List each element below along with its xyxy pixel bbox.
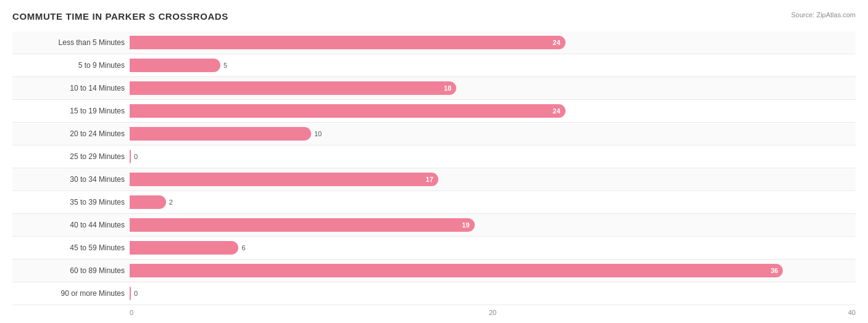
bar-row: 60 to 89 Minutes36 <box>12 260 856 282</box>
bar-row: 10 to 14 Minutes18 <box>12 77 856 100</box>
bar-label: 60 to 89 Minutes <box>12 266 130 275</box>
bar-label: 35 to 39 Minutes <box>12 198 130 206</box>
bar-label: 90 or more Minutes <box>12 289 130 298</box>
bar-value: 18 <box>444 84 451 92</box>
bar-label: 15 to 19 Minutes <box>12 107 130 115</box>
chart-source: Source: ZipAtlas.com <box>791 11 856 18</box>
bar-value: 19 <box>462 221 469 229</box>
bar-label: 25 to 29 Minutes <box>12 152 130 161</box>
bar-fill: 18 <box>130 81 456 95</box>
bar-fill: 24 <box>130 104 565 118</box>
bar-fill: 24 <box>130 36 565 49</box>
bar-fill <box>130 241 238 255</box>
bar-fill: 19 <box>130 218 475 232</box>
bar-value: 24 <box>553 39 560 46</box>
bar-label: 10 to 14 Minutes <box>12 84 130 92</box>
bar-value: 10 <box>314 130 322 137</box>
bar-fill: 36 <box>130 264 783 277</box>
bar-area: 24 <box>130 36 856 49</box>
bar-fill <box>130 127 311 141</box>
x-axis-tick: 40 <box>848 309 856 316</box>
bar-area: 18 <box>130 81 856 95</box>
bar-row: Less than 5 Minutes24 <box>12 31 856 54</box>
bar-value: 17 <box>426 176 433 183</box>
bar-area: 0 <box>130 287 856 300</box>
chart-title: COMMUTE TIME IN PARKER S CROSSROADS <box>12 11 228 22</box>
chart-container: COMMUTE TIME IN PARKER S CROSSROADS Sour… <box>0 0 868 323</box>
bar-fill <box>130 59 220 72</box>
bar-fill <box>130 287 131 300</box>
bar-value: 36 <box>770 267 778 274</box>
bar-value: 0 <box>134 290 138 297</box>
bar-label: 30 to 34 Minutes <box>12 175 130 184</box>
bar-fill <box>130 150 131 163</box>
x-axis: 02040 <box>130 309 856 321</box>
bar-row: 40 to 44 Minutes19 <box>12 214 856 237</box>
bar-area: 5 <box>130 59 856 72</box>
bar-label: 5 to 9 Minutes <box>12 61 130 70</box>
bar-label: Less than 5 Minutes <box>12 38 130 47</box>
x-axis-tick: 20 <box>489 309 496 316</box>
bar-area: 10 <box>130 127 856 141</box>
bar-row: 25 to 29 Minutes0 <box>12 145 856 168</box>
x-axis-tick: 0 <box>130 309 133 316</box>
chart-header: COMMUTE TIME IN PARKER S CROSSROADS Sour… <box>12 11 856 22</box>
bar-value: 2 <box>169 198 173 206</box>
bar-row: 35 to 39 Minutes2 <box>12 191 856 214</box>
bar-area: 2 <box>130 195 856 209</box>
bar-area: 36 <box>130 264 856 277</box>
chart-body: Less than 5 Minutes245 to 9 Minutes510 t… <box>12 31 856 305</box>
bar-row: 5 to 9 Minutes5 <box>12 54 856 77</box>
bar-value: 24 <box>553 107 560 115</box>
bar-label: 45 to 59 Minutes <box>12 243 130 252</box>
bar-area: 19 <box>130 218 856 232</box>
bar-row: 15 to 19 Minutes24 <box>12 100 856 123</box>
bar-label: 20 to 24 Minutes <box>12 129 130 138</box>
bar-fill: 17 <box>130 173 438 186</box>
bar-area: 17 <box>130 173 856 186</box>
bar-row: 20 to 24 Minutes10 <box>12 123 856 145</box>
bar-label: 40 to 44 Minutes <box>12 221 130 229</box>
bar-row: 30 to 34 Minutes17 <box>12 168 856 191</box>
bar-area: 6 <box>130 241 856 255</box>
bar-area: 0 <box>130 150 856 163</box>
bar-fill <box>130 195 166 209</box>
bar-area: 24 <box>130 104 856 118</box>
bar-row: 90 or more Minutes0 <box>12 282 856 305</box>
bar-row: 45 to 59 Minutes6 <box>12 237 856 260</box>
bar-value: 6 <box>241 244 245 251</box>
bar-value: 5 <box>223 62 227 69</box>
bar-value: 0 <box>134 153 138 160</box>
